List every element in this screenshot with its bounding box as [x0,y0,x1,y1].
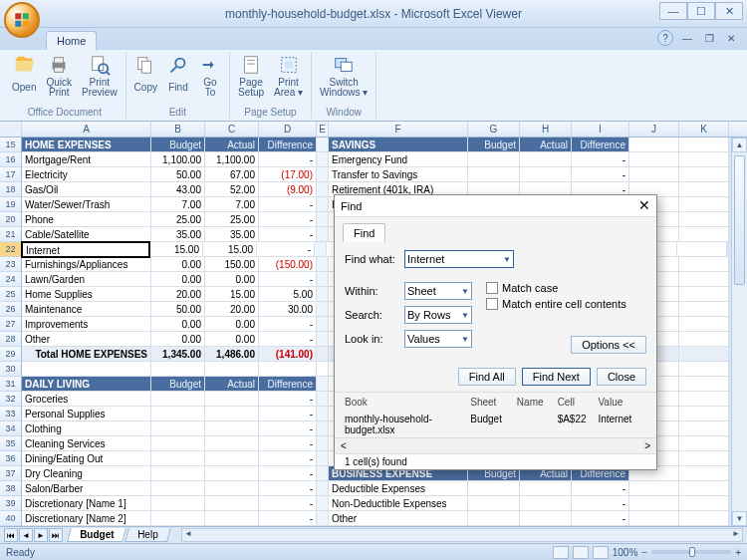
group-window: Window [316,107,372,119]
find-close-button[interactable]: Close [597,368,646,386]
svg-rect-14 [245,57,258,74]
zoom-slider[interactable] [651,550,731,554]
svg-rect-6 [55,68,64,73]
within-label: Within: [345,285,400,297]
search-select[interactable]: By Rows▼ [404,306,472,324]
sheet-nav-prev-icon[interactable]: ◄ [19,528,33,542]
svg-line-13 [171,67,177,73]
match-entire-checkbox[interactable]: Match entire cell contents [486,298,646,310]
quick-print-button[interactable]: Quick Print [42,52,76,100]
col-G[interactable]: G [468,122,520,137]
help-icon[interactable]: ? [657,30,673,46]
group-office-document: Office Document [8,107,122,119]
find-next-button[interactable]: Find Next [522,368,591,386]
results-header: BookSheetNameCellValue [335,392,656,412]
horizontal-scrollbar[interactable] [181,528,743,542]
find-what-input[interactable]: Internet▼ [404,250,514,268]
sheet-nav-next-icon[interactable]: ► [34,528,48,542]
find-tab[interactable]: Find [343,223,385,242]
print-area-button[interactable]: Print Area ▾ [270,52,307,100]
status-bar: Ready 100% − + [0,543,747,560]
view-layout-icon[interactable] [573,546,589,559]
results-row[interactable]: monthly-household-budget.xlsxBudget$A$22… [335,412,656,437]
column-headers: A B C D E F G H I J K [0,122,747,138]
tab-home[interactable]: Home [46,31,97,50]
chevron-down-icon[interactable]: ▼ [499,255,511,264]
goto-button[interactable]: Go To [195,52,225,100]
col-E[interactable]: E [317,122,329,137]
sheet-tab-strip: ⏮ ◄ ► ⏭ Budget Help [0,526,747,543]
minimize-button[interactable]: — [659,2,687,20]
svg-rect-11 [142,61,151,73]
search-label: Search: [345,309,400,321]
svg-rect-3 [23,21,29,27]
col-H[interactable]: H [520,122,572,137]
sheet-tab-budget[interactable]: Budget [67,528,126,542]
match-case-checkbox[interactable]: Match case [486,282,646,294]
close-button[interactable]: ✕ [715,2,743,20]
svg-rect-20 [341,62,352,71]
scroll-thumb[interactable] [734,155,745,285]
find-dialog: Find ✕ Find Find what: Internet▼ Within:… [334,194,657,470]
maximize-button[interactable]: ☐ [687,2,715,20]
sheet-tab-help[interactable]: Help [125,528,171,542]
zoom-out-icon[interactable]: − [641,547,647,558]
zoom-level: 100% [613,547,638,558]
status-ready: Ready [6,547,35,558]
view-break-icon[interactable] [593,546,609,559]
copy-button[interactable]: Copy [130,52,161,100]
switch-windows-button[interactable]: Switch Windows ▾ [316,52,372,100]
col-A[interactable]: A [22,122,151,137]
col-I[interactable]: I [572,122,629,137]
col-J[interactable]: J [629,122,679,137]
options-button[interactable]: Options << [571,336,646,354]
view-normal-icon[interactable] [553,546,569,559]
ribbon: Open Quick Print Print Preview Office Do… [0,50,747,122]
col-D[interactable]: D [259,122,317,137]
lookin-select[interactable]: Values▼ [404,330,472,348]
close-workbook-icon[interactable]: ✕ [723,30,739,46]
lookin-label: Look in: [345,333,400,345]
vertical-scrollbar[interactable]: ▲ ▼ [731,138,747,526]
col-C[interactable]: C [205,122,259,137]
svg-line-9 [106,71,110,75]
col-K[interactable]: K [679,122,729,137]
svg-point-12 [175,59,184,68]
col-F[interactable]: F [329,122,468,137]
find-button[interactable]: Find [163,52,193,100]
svg-rect-18 [285,61,292,68]
find-dialog-title: Find ✕ [335,195,656,217]
ribbon-tabs: Home ? — ❐ ✕ [0,28,747,50]
print-preview-button[interactable]: Print Preview [78,52,122,100]
results-hscroll[interactable]: <> [335,437,656,453]
open-button[interactable]: Open [8,52,40,100]
svg-rect-5 [55,58,64,64]
page-setup-button[interactable]: Page Setup [234,52,268,100]
zoom-in-icon[interactable]: + [735,547,741,558]
sheet-nav-first-icon[interactable]: ⏮ [4,528,18,542]
restore-window-icon[interactable]: ❐ [701,30,717,46]
svg-rect-2 [15,21,21,27]
col-B[interactable]: B [151,122,205,137]
scroll-down-icon[interactable]: ▼ [732,511,747,526]
minimize-ribbon-icon[interactable]: — [679,30,695,46]
group-page-setup: Page Setup [234,107,307,119]
window-title: monthly-household-budget.xlsx - Microsof… [225,7,522,21]
find-what-label: Find what: [345,253,400,265]
find-all-button[interactable]: Find All [458,368,516,386]
within-select[interactable]: Sheet▼ [404,282,472,300]
office-button[interactable] [4,2,40,38]
find-close-icon[interactable]: ✕ [636,198,652,214]
svg-rect-0 [15,13,21,19]
sheet-nav-last-icon[interactable]: ⏭ [49,528,63,542]
group-edit: Edit [130,107,225,119]
svg-rect-1 [23,13,29,19]
found-count: 1 cell(s) found [335,453,656,469]
titlebar: monthly-household-budget.xlsx - Microsof… [0,0,747,28]
scroll-up-icon[interactable]: ▲ [732,138,747,152]
